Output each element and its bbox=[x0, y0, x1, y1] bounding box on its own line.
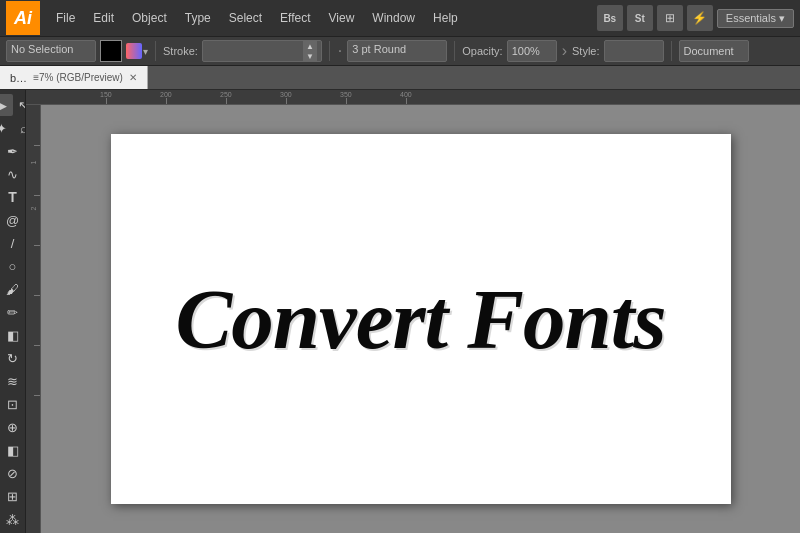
sep-1 bbox=[155, 41, 156, 61]
direct-select-tool-btn[interactable]: ↖ bbox=[13, 94, 27, 116]
dot-1: · bbox=[338, 42, 342, 60]
weight-area: 3 pt Round bbox=[347, 40, 447, 62]
spiral-btn[interactable]: @ bbox=[2, 209, 24, 231]
app-logo: Ai bbox=[6, 1, 40, 35]
ruler-label: 250 bbox=[220, 91, 232, 98]
opacity-input[interactable]: 100% bbox=[507, 40, 557, 62]
stroke-up-btn[interactable]: ▲ bbox=[303, 41, 317, 51]
curvature-btn[interactable]: ∿ bbox=[2, 163, 24, 185]
menu-effect[interactable]: Effect bbox=[272, 7, 318, 29]
ruler-v-label: 1 bbox=[30, 153, 37, 173]
sep-4 bbox=[671, 41, 672, 61]
menu-select[interactable]: Select bbox=[221, 7, 270, 29]
sep-2 bbox=[329, 41, 330, 61]
artboard: Convert Fonts bbox=[111, 134, 731, 504]
ellipse-btn[interactable]: ○ bbox=[2, 255, 24, 277]
ruler-corner bbox=[26, 90, 41, 105]
lasso-btn[interactable]: ⌕ bbox=[13, 117, 27, 139]
tab-sublabel: ≡7% (RGB/Preview) bbox=[33, 72, 123, 83]
chevron-down-icon[interactable]: ▾ bbox=[143, 46, 148, 57]
ruler-label: 400 bbox=[400, 91, 412, 98]
stroke-down-btn[interactable]: ▼ bbox=[303, 51, 317, 61]
ruler-tick bbox=[106, 98, 107, 104]
opacity-value: 100% bbox=[512, 45, 552, 57]
menu-view[interactable]: View bbox=[321, 7, 363, 29]
content-wrapper: 150 200 250 300 350 400 1 2 bbox=[26, 90, 800, 533]
stroke-input[interactable]: ▲ ▼ bbox=[202, 40, 322, 62]
sep-3 bbox=[454, 41, 455, 61]
symbol-btn[interactable]: ⁂ bbox=[2, 508, 24, 530]
dot-2: › bbox=[562, 42, 567, 60]
ruler-tick bbox=[226, 98, 227, 104]
ruler-tick bbox=[286, 98, 287, 104]
ruler-tick-v bbox=[34, 345, 40, 346]
select-tools-2: ✦ ⌕ bbox=[0, 117, 26, 139]
toolbar: No Selection ▾ Stroke: ▲ ▼ · 3 pt Round … bbox=[0, 36, 800, 66]
top-ruler: 150 200 250 300 350 400 bbox=[26, 90, 800, 105]
gradient-icon[interactable] bbox=[126, 43, 142, 59]
bridge-icon-btn[interactable]: Bs bbox=[597, 5, 623, 31]
fill-options: ▾ bbox=[126, 43, 148, 59]
ruler-label: 150 bbox=[100, 91, 112, 98]
ruler-tick-v bbox=[34, 145, 40, 146]
ruler-tick bbox=[346, 98, 347, 104]
tab-close-icon[interactable]: ✕ bbox=[129, 72, 137, 83]
weight-dropdown[interactable]: 3 pt Round bbox=[347, 40, 447, 62]
opacity-label: Opacity: bbox=[462, 45, 502, 57]
essentials-badge[interactable]: Essentials ▾ bbox=[717, 9, 794, 28]
ruler-label: 300 bbox=[280, 91, 292, 98]
stock-icon-btn[interactable]: St bbox=[627, 5, 653, 31]
ruler-tick-v bbox=[34, 395, 40, 396]
menu-help[interactable]: Help bbox=[425, 7, 466, 29]
fill-color-swatch[interactable] bbox=[100, 40, 122, 62]
pen-btn[interactable]: ✒ bbox=[2, 140, 24, 162]
sync-icon-btn[interactable]: ⚡ bbox=[687, 5, 713, 31]
blend-btn[interactable]: ⊞ bbox=[2, 485, 24, 507]
gradient-btn[interactable]: ◧ bbox=[2, 439, 24, 461]
select-tools: ▶ ↖ bbox=[0, 94, 26, 116]
ruler-label: 200 bbox=[160, 91, 172, 98]
magic-wand-btn[interactable]: ✦ bbox=[0, 117, 13, 139]
selection-dropdown[interactable]: No Selection bbox=[6, 40, 96, 62]
style-label: Style: bbox=[572, 45, 600, 57]
warp-btn[interactable]: ≋ bbox=[2, 370, 24, 392]
rotate-btn[interactable]: ↻ bbox=[2, 347, 24, 369]
canvas-ruler-area: 1 2 Convert Fonts bbox=[26, 105, 800, 533]
canvas-area[interactable]: Convert Fonts bbox=[41, 105, 800, 533]
left-toolbar: ▶ ↖ ✦ ⌕ ✒ ∿ T @ / ○ 🖌 ✏ ◧ ↻ ≋ ⊡ ⊕ ◧ ⊘ ⊞ … bbox=[0, 90, 26, 533]
document-btn[interactable]: Document bbox=[679, 40, 749, 62]
menu-type[interactable]: Type bbox=[177, 7, 219, 29]
document-label: Document bbox=[684, 45, 744, 57]
menu-edit[interactable]: Edit bbox=[85, 7, 122, 29]
line-btn[interactable]: / bbox=[2, 232, 24, 254]
pencil-btn[interactable]: ✏ bbox=[2, 301, 24, 323]
ruler-v-label: 2 bbox=[30, 199, 37, 219]
layout-icon-btn[interactable]: ⊞ bbox=[657, 5, 683, 31]
paintbrush-btn[interactable]: 🖌 bbox=[2, 278, 24, 300]
ruler-tick bbox=[166, 98, 167, 104]
shape-builder-btn[interactable]: ⊕ bbox=[2, 416, 24, 438]
stroke-spinner[interactable]: ▲ ▼ bbox=[303, 41, 317, 61]
menu-object[interactable]: Object bbox=[124, 7, 175, 29]
ruler-tick-v bbox=[34, 245, 40, 246]
eraser-btn[interactable]: ◧ bbox=[2, 324, 24, 346]
ruler-tick bbox=[406, 98, 407, 104]
tab-label: b… bbox=[10, 72, 27, 84]
stroke-label: Stroke: bbox=[163, 45, 198, 57]
type-btn[interactable]: T bbox=[2, 186, 24, 208]
ruler-label: 350 bbox=[340, 91, 352, 98]
selection-tool-btn[interactable]: ▶ bbox=[0, 94, 13, 116]
left-ruler: 1 2 bbox=[26, 105, 41, 533]
artboard-text: Convert Fonts bbox=[175, 270, 665, 368]
style-dropdown[interactable] bbox=[604, 40, 664, 62]
tab-active[interactable]: b… ≡7% (RGB/Preview) ✕ bbox=[0, 66, 148, 89]
ruler-tick-v bbox=[34, 295, 40, 296]
eyedropper-btn[interactable]: ⊘ bbox=[2, 462, 24, 484]
menu-window[interactable]: Window bbox=[364, 7, 423, 29]
menu-file[interactable]: File bbox=[48, 7, 83, 29]
menu-right: Bs St ⊞ ⚡ Essentials ▾ bbox=[597, 5, 794, 31]
ruler-tick-v bbox=[34, 195, 40, 196]
free-transform-btn[interactable]: ⊡ bbox=[2, 393, 24, 415]
main-area: ▶ ↖ ✦ ⌕ ✒ ∿ T @ / ○ 🖌 ✏ ◧ ↻ ≋ ⊡ ⊕ ◧ ⊘ ⊞ … bbox=[0, 90, 800, 533]
menu-bar: Ai File Edit Object Type Select Effect V… bbox=[0, 0, 800, 36]
